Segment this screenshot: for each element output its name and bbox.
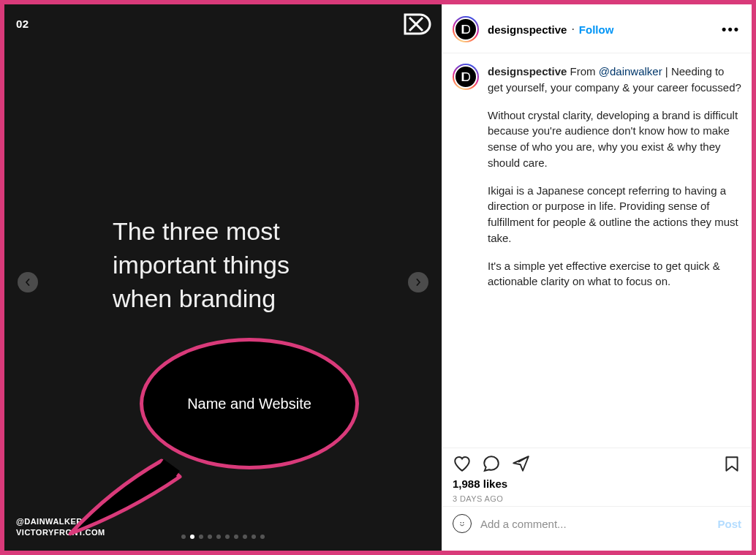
- comment-button[interactable]: [482, 454, 501, 473]
- carousel-prev-button[interactable]: [18, 272, 38, 292]
- svg-point-2: [460, 522, 461, 524]
- post-media: 02 The three most important things when …: [4, 4, 442, 551]
- likes-number: 1,988: [453, 477, 480, 490]
- svg-point-3: [463, 522, 464, 524]
- likes-count[interactable]: 1,988 likes: [453, 477, 741, 490]
- caption-lead-prefix: From: [570, 65, 599, 78]
- caption-paragraph: Without crystal clarity, developing a br…: [488, 107, 741, 171]
- avatar-logo-icon: [460, 71, 472, 83]
- carousel-dot[interactable]: [216, 535, 221, 539]
- caption-username[interactable]: designspective: [488, 65, 567, 78]
- caption-avatar: [454, 65, 477, 88]
- follow-button[interactable]: Follow: [579, 23, 614, 36]
- caption-area: designspective From @dainwalker | Needin…: [442, 53, 752, 448]
- carousel-dot[interactable]: [208, 535, 212, 539]
- slide-number: 02: [16, 18, 29, 30]
- avatar-story-ring[interactable]: [453, 16, 479, 42]
- svg-rect-1: [462, 73, 464, 81]
- avatar-logo-icon: [460, 23, 472, 35]
- caption-paragraph: Ikigai is a Japanese concept referring t…: [488, 183, 741, 246]
- post-details: designspective · Follow ••• designspecti…: [442, 4, 752, 551]
- svg-rect-0: [462, 26, 464, 34]
- slide-headline: The three most important things when bra…: [113, 215, 290, 316]
- comment-icon: [482, 454, 501, 473]
- caption-avatar-ring[interactable]: [453, 64, 479, 90]
- carousel-dot[interactable]: [260, 535, 265, 539]
- carousel-next-button[interactable]: [408, 272, 428, 292]
- header-separator: ·: [571, 23, 574, 36]
- action-bar: 1,988 likes 3 days ago: [442, 448, 752, 506]
- like-button[interactable]: [453, 454, 472, 473]
- likes-suffix: likes: [480, 477, 508, 490]
- caption-paragraph: It's a simple yet effective exercise to …: [488, 258, 741, 290]
- carousel-dot[interactable]: [234, 535, 238, 539]
- post-comment-button[interactable]: Post: [717, 518, 741, 530]
- caption-mention-link[interactable]: @dainwalker: [599, 65, 662, 78]
- smiley-icon: [457, 518, 467, 529]
- share-button[interactable]: [511, 454, 530, 473]
- post-frame: 02 The three most important things when …: [0, 0, 756, 555]
- carousel-dot[interactable]: [225, 535, 230, 539]
- avatar: [454, 18, 477, 41]
- post-timestamp: 3 days ago: [453, 494, 741, 503]
- emoji-picker-button[interactable]: [453, 514, 472, 533]
- post-header: designspective · Follow •••: [442, 4, 752, 53]
- callout-bubble: Name and Website: [140, 338, 359, 469]
- carousel-dot[interactable]: [243, 535, 247, 539]
- heart-icon: [453, 454, 472, 473]
- caption-text: designspective From @dainwalker | Needin…: [488, 64, 741, 301]
- comment-bar: Post: [442, 506, 752, 551]
- post-author-link[interactable]: designspective: [488, 23, 567, 36]
- brand-logo-icon: [402, 13, 431, 35]
- carousel-dot[interactable]: [199, 535, 203, 539]
- carousel-dot[interactable]: [252, 535, 256, 539]
- annotation-callout: Name and Website: [140, 338, 359, 469]
- callout-text: Name and Website: [187, 396, 311, 412]
- bookmark-icon: [722, 454, 741, 473]
- comment-input[interactable]: [480, 518, 708, 530]
- more-options-button[interactable]: •••: [722, 22, 741, 37]
- share-icon: [511, 454, 530, 473]
- save-button[interactable]: [722, 454, 741, 473]
